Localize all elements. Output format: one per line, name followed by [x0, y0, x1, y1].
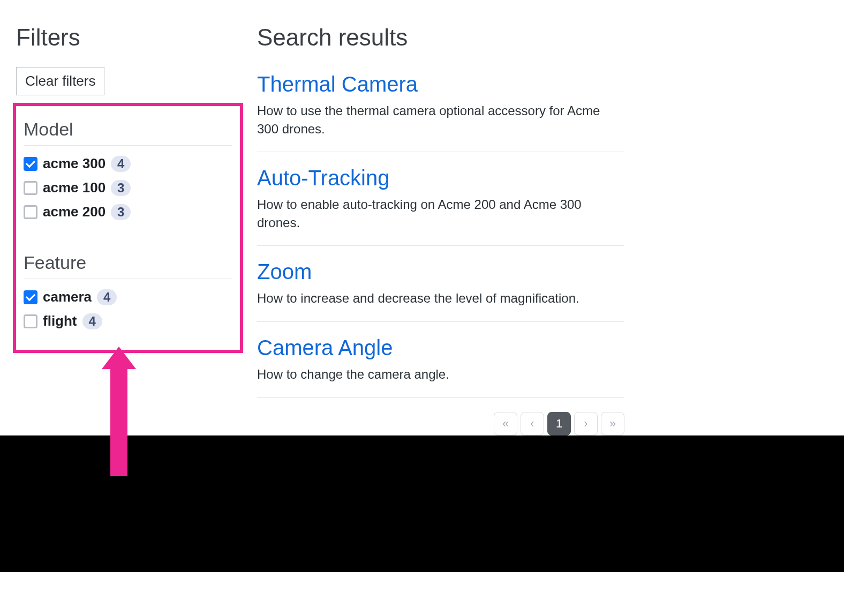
facet-item-acme-300[interactable]: acme 300 4 [24, 155, 232, 172]
pagination: « ‹ 1 › » [257, 412, 624, 435]
facet-item-camera[interactable]: camera 4 [24, 289, 232, 305]
search-result: Zoom How to increase and decrease the le… [257, 260, 624, 322]
search-result: Auto-Tracking How to enable auto-trackin… [257, 166, 624, 246]
facet-count-badge: 4 [97, 289, 117, 305]
search-result: Thermal Camera How to use the thermal ca… [257, 72, 624, 152]
facet-count-badge: 3 [111, 180, 131, 196]
checkbox-checked-icon[interactable] [24, 290, 37, 304]
facet-group-feature: Feature camera 4 flight 4 [24, 252, 232, 329]
filters-sidebar: Filters Clear filters Model acme 300 4 a… [16, 24, 241, 435]
result-link[interactable]: Auto-Tracking [257, 166, 624, 190]
result-link[interactable]: Thermal Camera [257, 72, 624, 96]
checkbox-unchecked-icon[interactable] [24, 314, 37, 328]
facet-label: flight [43, 313, 77, 329]
pagination-last-button[interactable]: » [601, 412, 624, 435]
facet-label: acme 100 [43, 179, 106, 196]
checkbox-unchecked-icon[interactable] [24, 205, 37, 219]
pagination-next-button[interactable]: › [574, 412, 598, 435]
search-results-main: Search results Thermal Camera How to use… [257, 24, 828, 435]
facets-highlight-box: Model acme 300 4 acme 100 3 acme 200 3 [13, 103, 243, 353]
result-description: How to use the thermal camera optional a… [257, 102, 624, 138]
facet-count-badge: 4 [111, 156, 131, 172]
pagination-first-button[interactable]: « [494, 412, 517, 435]
pagination-prev-button[interactable]: ‹ [521, 412, 544, 435]
result-description: How to change the camera angle. [257, 365, 624, 384]
facet-count-badge: 3 [111, 204, 131, 220]
search-result: Camera Angle How to change the camera an… [257, 336, 624, 398]
checkbox-unchecked-icon[interactable] [24, 181, 37, 195]
facet-label: camera [43, 289, 92, 305]
result-description: How to enable auto-tracking on Acme 200 … [257, 196, 624, 231]
facet-item-acme-200[interactable]: acme 200 3 [24, 204, 232, 220]
results-heading: Search results [257, 24, 624, 51]
pagination-page-button[interactable]: 1 [547, 412, 571, 435]
clear-filters-button[interactable]: Clear filters [16, 67, 104, 95]
facet-label: acme 200 [43, 204, 106, 220]
facet-label: acme 300 [43, 155, 106, 172]
annotation-arrow-icon [102, 347, 136, 476]
facet-item-flight[interactable]: flight 4 [24, 313, 232, 329]
result-link[interactable]: Zoom [257, 260, 624, 284]
facet-count-badge: 4 [82, 313, 102, 329]
filters-heading: Filters [16, 24, 241, 51]
checkbox-checked-icon[interactable] [24, 157, 37, 171]
facet-item-acme-100[interactable]: acme 100 3 [24, 179, 232, 196]
facet-group-title: Model [24, 119, 232, 146]
result-description: How to increase and decrease the level o… [257, 289, 624, 307]
facet-group-model: Model acme 300 4 acme 100 3 acme 200 3 [24, 119, 232, 220]
result-link[interactable]: Camera Angle [257, 336, 624, 360]
facet-group-title: Feature [24, 252, 232, 279]
